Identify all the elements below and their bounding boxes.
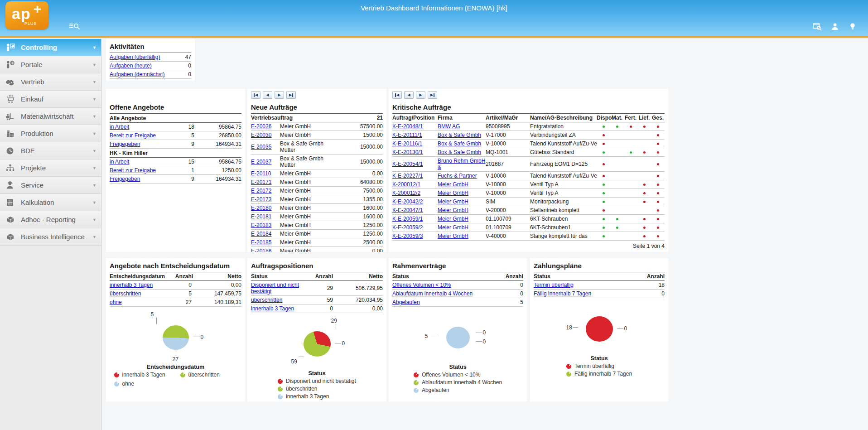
menu-search-icon[interactable] [69, 22, 81, 31]
column-header: Anzahl [165, 273, 193, 280]
firma-name: Meier GmbH [280, 222, 338, 228]
status-link[interactable]: überschritten [251, 297, 304, 303]
auftrag-position-link[interactable]: K-E-20130/1 [392, 149, 438, 155]
auftrag-link[interactable]: E-20110 [251, 170, 280, 177]
sidebar-item-kalkulation[interactable]: Kalkulation▼ [0, 194, 101, 211]
auftrag-position-link[interactable]: K-E-20054/1 [392, 161, 438, 167]
firma-link[interactable]: BMW AG [438, 123, 486, 130]
auftrag-netto: 0.00 [338, 170, 383, 177]
firma-link[interactable]: Fuchs & Partner [438, 173, 486, 179]
auftrag-position-link[interactable]: K-E-20048/1 [392, 123, 438, 130]
first-arrow-icon: ◀ [255, 93, 258, 97]
table-row: E-20172Meier GmbH7500.00 [251, 187, 383, 195]
sidebar-item-portale[interactable]: Portale▼ [0, 56, 101, 73]
last-page-button[interactable]: ▶ [428, 91, 437, 99]
firma-link[interactable]: Box & Safe Gmbh [438, 149, 486, 155]
first-page-button[interactable]: ◀ [251, 91, 260, 99]
artikel-nr: V-40000 [486, 233, 530, 239]
auftrag-position-link[interactable]: K-E-20059/2 [392, 224, 438, 231]
first-page-button[interactable]: ◀ [392, 91, 402, 99]
status-link[interactable]: Disponiert und nicht bestätigt [251, 282, 304, 295]
status-link[interactable]: Termin überfällig [534, 282, 615, 288]
firma-link[interactable]: Meier GmbH [438, 207, 486, 213]
table-row: E-20110Meier GmbH0.00 [251, 169, 383, 178]
angebot-status-link[interactable]: Freigegeben [110, 141, 169, 147]
last-page-button[interactable]: ▶ [286, 91, 296, 99]
sidebar-item-business-intelligence[interactable]: Business Intelligence▼ [0, 228, 101, 246]
sidebar-item-controlling[interactable]: Controlling▼ [0, 39, 101, 56]
sidebar-item-vertrieb[interactable]: Vertrieb▼ [0, 73, 101, 91]
auftrag-link[interactable]: E-20181 [251, 213, 280, 220]
pie-callout-line [431, 336, 437, 336]
sidebar-item-materialwirtschaft[interactable]: Materialwirtschaft▼ [0, 108, 101, 125]
auftrag-position-link[interactable]: K-E-20059/1 [392, 216, 438, 222]
sidebar-item-bde[interactable]: BDE▼ [0, 142, 101, 159]
auftrag-position-link[interactable]: K-E-20059/3 [392, 233, 438, 239]
firma-link[interactable]: Box & Safe Gmbh [438, 132, 486, 138]
auftrag-link[interactable]: E-20035 [251, 144, 280, 150]
auftrag-position-link[interactable]: K-E-20111/1 [392, 132, 438, 138]
window-search-icon[interactable] [813, 22, 822, 31]
status-link[interactable]: Abgelaufen [392, 299, 473, 305]
next-page-button[interactable]: ▶ [416, 91, 425, 99]
auftrag-link[interactable]: E-20030 [251, 132, 280, 138]
pie-label: 59 [291, 358, 297, 365]
status-link[interactable]: innerhalb 3 Tagen [110, 282, 163, 288]
aktivitaet-link[interactable]: Aufgaben (überfällig) [110, 54, 173, 60]
status-link[interactable]: ohne [110, 299, 163, 305]
aktivitaet-link[interactable]: Aufgaben (heute) [110, 63, 173, 69]
status-link[interactable]: innerhalb 3 Tagen [251, 305, 304, 312]
netto-value: 720.034,95 [333, 297, 383, 303]
auftrag-position-link[interactable]: K-E-20042/2 [392, 198, 438, 205]
firma-link[interactable]: Meier GmbH [438, 233, 486, 239]
sidebar-item-produktion[interactable]: Produktion▼ [0, 125, 101, 142]
angebot-status-link[interactable]: Bereit zur Freigabe [110, 132, 169, 139]
lightbulb-icon[interactable] [848, 22, 857, 31]
angebot-status-link[interactable]: Freigegeben [110, 176, 169, 182]
table-row: überschritten5147.459,75 [110, 290, 241, 298]
auftrag-link[interactable]: E-20185 [251, 239, 280, 246]
auftrag-link[interactable]: E-20180 [251, 205, 280, 211]
aktivitaet-link[interactable]: Aufgaben (demnächst) [110, 71, 173, 77]
user-icon[interactable] [830, 22, 839, 31]
sidebar-item-service[interactable]: Service▼ [0, 177, 101, 194]
status-link[interactable]: überschritten [110, 290, 163, 297]
auftrag-link[interactable]: E-20037 [251, 159, 280, 165]
auftrag-link[interactable]: E-20184 [251, 231, 280, 237]
green-status-dot [603, 218, 605, 220]
status-link[interactable]: Offenes Volumen < 10% [392, 282, 473, 288]
auftrag-position-link[interactable]: K-200012/1 [392, 181, 438, 188]
auftrag-link[interactable]: E-20183 [251, 222, 280, 228]
auftrag-link[interactable]: E-20171 [251, 179, 280, 185]
auftrag-position-link[interactable]: K-E-20116/1 [392, 140, 438, 147]
firma-link[interactable]: Meier GmbH [438, 190, 486, 196]
angebot-status-link[interactable]: in Arbeit [110, 159, 169, 165]
auftrag-link[interactable]: E-20172 [251, 188, 280, 194]
auftrag-link[interactable]: E-20186 [251, 248, 280, 252]
status-dot-cell [610, 216, 624, 222]
firma-link[interactable]: Box & Safe Gmbh [438, 140, 486, 147]
previous-page-button[interactable]: ◀ [263, 91, 272, 99]
status-link[interactable]: Ablaufdatum innerhalb 4 Wochen [392, 290, 473, 297]
auftrag-link[interactable]: E-20026 [251, 123, 280, 130]
sidebar-item-adhoc-reporting[interactable]: Adhoc - Reporting▼ [0, 211, 101, 228]
firma-link[interactable]: Meier GmbH [438, 216, 486, 222]
sidebar-item-projekte[interactable]: Projekte▼ [0, 159, 101, 177]
status-dot-cell [610, 123, 624, 130]
firma-link[interactable]: Meier GmbH [438, 198, 486, 205]
auftrag-position-link[interactable]: K-E-20047/1 [392, 207, 438, 213]
next-page-button[interactable]: ▶ [275, 91, 284, 99]
angebot-status-link[interactable]: in Arbeit [110, 124, 169, 130]
auftrag-link[interactable]: E-20173 [251, 196, 280, 203]
sidebar-item-einkauf[interactable]: Einkauf▼ [0, 91, 101, 108]
auftrag-position-link[interactable]: K-E-20227/1 [392, 173, 438, 179]
column-header: Auftrag/Position [392, 115, 438, 121]
firma-link[interactable]: Meier GmbH [438, 224, 486, 231]
firma-link[interactable]: Bruno Rehm GmbH & [438, 158, 486, 170]
auftrag-position-link[interactable]: K-200012/2 [392, 190, 438, 196]
status-link[interactable]: Fällig innerhalb 7 Tagen [534, 290, 615, 297]
sidebar-item-label: Produktion [21, 130, 92, 137]
firma-link[interactable]: Meier GmbH [438, 181, 486, 188]
previous-page-button[interactable]: ◀ [404, 91, 414, 99]
angebot-status-link[interactable]: Bereit zur Freigabe [110, 167, 169, 174]
